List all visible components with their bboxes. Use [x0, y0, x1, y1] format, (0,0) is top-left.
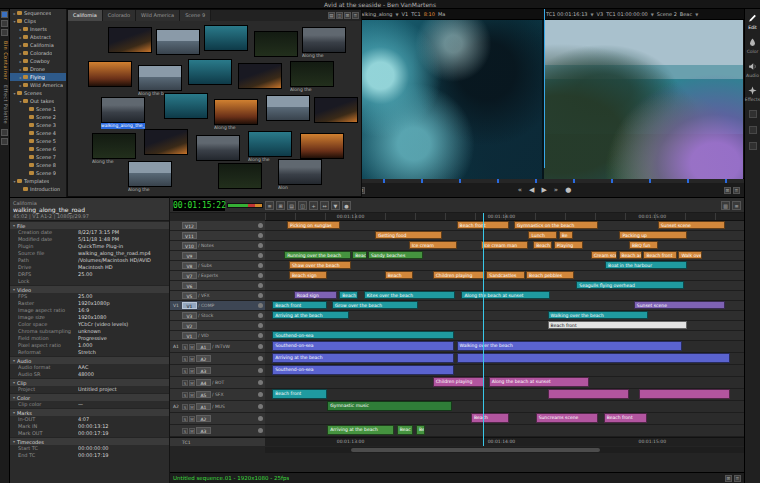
solo-button[interactable]: S — [182, 428, 188, 434]
timeline-clip-beach-sign[interactable]: Beach sign — [289, 271, 327, 279]
timeline-clip-ice-cream-man[interactable]: Ice cream man — [481, 241, 529, 249]
timeline-clip-sandy-beaches[interactable]: Sandy beaches — [368, 251, 423, 259]
bin-clip-along-the[interactable]: Along the — [128, 161, 172, 193]
record-timecode[interactable]: TC1 00:01:16:13 — [546, 11, 588, 17]
solo-button[interactable]: S — [182, 356, 188, 362]
track-select-button[interactable]: V6 — [182, 282, 197, 289]
timeline-clip-children-playing[interactable]: Children playing — [433, 271, 486, 279]
track-lane-v2-10[interactable]: Beach front — [265, 321, 744, 331]
section-marks[interactable]: ▾Marks — [10, 408, 169, 416]
monitor-icon[interactable] — [258, 313, 263, 318]
tree-item-clips[interactable]: ▾Clips — [10, 17, 66, 25]
tool-icon[interactable] — [1, 138, 8, 145]
tree-item-scene-2[interactable]: Scene 2 — [10, 113, 66, 121]
bin-clip[interactable] — [88, 61, 132, 87]
grid-icon[interactable]: ⊞ — [724, 187, 731, 194]
monitor-icon[interactable] — [258, 253, 263, 258]
timeline-ruler[interactable]: 00:01:13:0000:01:14:0000:01:15:00 — [265, 213, 744, 221]
monitor-icon[interactable] — [258, 263, 263, 268]
track-lane-a2-13[interactable]: Arriving at the beach — [265, 353, 744, 365]
monitor-icon[interactable] — [258, 416, 263, 421]
track-lane-a3-14[interactable]: Southend-on-sea — [265, 365, 744, 377]
tool-icon[interactable] — [749, 126, 757, 134]
project-icon[interactable] — [1, 11, 8, 18]
timeline-clip-gymnastic-music[interactable]: Gymnastic music — [327, 401, 452, 411]
monitor-icon[interactable] — [258, 223, 263, 228]
track-lane-a2-18[interactable]: BeachSuncreams sceneBeach front — [265, 413, 744, 425]
track-select-button[interactable]: V1 — [182, 302, 197, 309]
timeline-clip-getting-food[interactable]: Getting food — [375, 231, 442, 239]
timeline-clip-arriving-at-the-beach[interactable]: Arriving at the beach — [272, 353, 454, 363]
list-view-icon[interactable]: ▤ — [328, 12, 335, 19]
monitor-icon[interactable] — [258, 356, 263, 361]
timeline-clip-packing-up[interactable]: Packing up — [619, 231, 686, 239]
bin-clip-along-the[interactable]: Along the — [214, 99, 258, 131]
bin-clip[interactable] — [314, 97, 358, 123]
dot-icon[interactable]: ● — [342, 201, 351, 210]
timeline-clip-beach-front[interactable]: Beach front — [548, 321, 687, 329]
track-lane-a1-17[interactable]: Gymnastic music — [265, 401, 744, 413]
workspace-edit[interactable]: Edit — [748, 14, 757, 30]
track-select-button[interactable]: A5 — [196, 391, 211, 398]
track-lane-v9-3[interactable]: Running over the beachBeachSandy beaches… — [265, 251, 744, 261]
patch-button[interactable]: V1 — [171, 303, 181, 308]
play-button[interactable]: ▶ — [541, 184, 546, 197]
record-timecode-2[interactable]: TC1 01:00:00:00 — [606, 11, 648, 17]
mute-button[interactable]: M — [189, 368, 195, 374]
monitor-icon[interactable] — [258, 293, 263, 298]
timeline-clip-beach-pebbles[interactable]: Beach pebbles — [526, 271, 574, 279]
tree-item-scene-4[interactable]: Scene 4 — [10, 129, 66, 137]
track-select-button[interactable]: A2 — [196, 355, 211, 362]
timeline-clip-southend-on-sea[interactable]: Southend-on-sea — [272, 331, 454, 339]
bin-tab-scene-9[interactable]: Scene 9 — [180, 10, 211, 21]
tree-item-templates[interactable]: ▾Templates — [10, 177, 66, 185]
bin-tab-wild-america[interactable]: Wild America — [136, 10, 180, 21]
tree-item-flying[interactable]: ▸Flying — [10, 73, 66, 81]
track-select-button[interactable]: V5 — [182, 292, 197, 299]
bin-clip[interactable] — [156, 29, 200, 55]
source-clip-menu[interactable]: walking_along — [357, 11, 393, 17]
tree-item-scene-6[interactable]: Scene 6 — [10, 145, 66, 153]
solo-button[interactable]: S — [182, 380, 188, 386]
timeline-clip-walking-over-the-beach[interactable]: Walking over the beach — [457, 341, 682, 351]
source-monitor-image[interactable] — [345, 20, 544, 179]
bin-tab-california[interactable]: California — [68, 10, 103, 21]
track-lane-v1-11[interactable]: Southend-on-sea — [265, 331, 744, 341]
grid-view-icon[interactable]: ⊞ — [344, 12, 351, 19]
track-select-button[interactable]: A4 — [196, 379, 211, 386]
workspace-color[interactable]: Color — [747, 38, 759, 54]
track-select-button[interactable]: V10 — [182, 242, 197, 249]
timeline-clip-beac[interactable]: Beac — [397, 425, 414, 435]
tree-item-introduction[interactable]: Introduction — [10, 185, 66, 193]
track-lane-v12-0[interactable]: Picking on sunglasBeach frontGymnastics … — [265, 221, 744, 231]
list-icon[interactable]: ▤ — [287, 201, 296, 210]
track-lane-v7-5[interactable]: Beach signBeachChildren playingSandcastl… — [265, 271, 744, 281]
timeline-clip-beach[interactable]: Beach — [385, 271, 414, 279]
record-track-label[interactable]: V3 — [597, 11, 604, 17]
solo-button[interactable]: S — [182, 404, 188, 410]
plus-icon[interactable]: + — [309, 201, 318, 210]
tool-icon[interactable] — [1, 129, 8, 136]
mute-button[interactable]: M — [189, 356, 195, 362]
record-scene-label[interactable]: Scene 2 — [657, 11, 677, 17]
timeline-clip-playing[interactable]: Playing — [554, 241, 583, 249]
timeline-clip[interactable] — [639, 389, 730, 399]
monitor-icon[interactable] — [258, 368, 263, 373]
track-select-button[interactable]: A1 — [196, 343, 211, 350]
bin-clip[interactable] — [108, 27, 152, 53]
tree-item-abstract[interactable]: ▸Abstract — [10, 33, 66, 41]
timeline-clip-walking-over-the-beach[interactable]: Walking over the beach — [548, 311, 649, 319]
tree-item-inserts[interactable]: ▸Inserts — [10, 25, 66, 33]
workspace-audio[interactable]: Audio — [746, 62, 759, 78]
tool-icon[interactable] — [749, 110, 757, 118]
tree-item-drone[interactable]: ▸Drone — [10, 65, 66, 73]
timeline-clip-beach[interactable]: Beach — [352, 251, 366, 259]
timeline-clip[interactable] — [548, 389, 629, 399]
section-clip[interactable]: ▾Clip — [10, 378, 169, 386]
track-lane-a5-16[interactable]: Beach front — [265, 389, 744, 401]
monitor-icon[interactable] — [258, 283, 263, 288]
timeline-clip-walk-ove[interactable]: Walk ove — [678, 251, 702, 259]
track-select-button[interactable]: V1 — [182, 332, 197, 339]
solo-button[interactable]: S — [182, 344, 188, 350]
timeline-clip-bbq-fun[interactable]: BBQ fun — [629, 241, 658, 249]
